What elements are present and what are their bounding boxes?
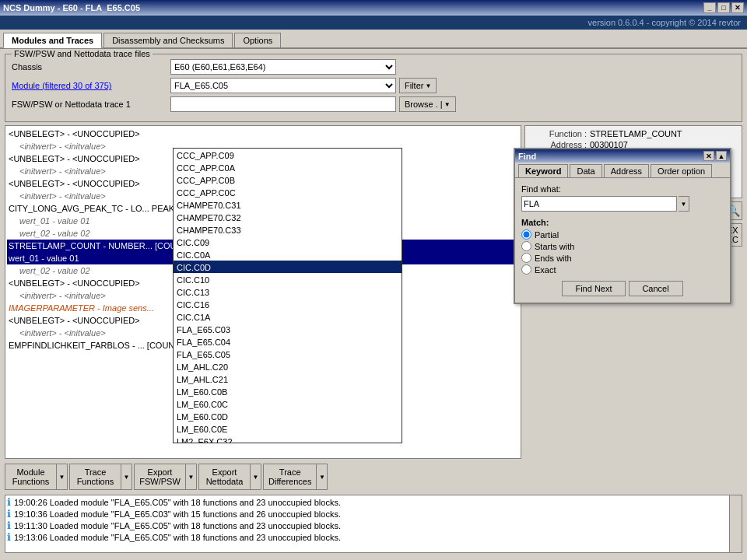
chassis-label: Chassis [12, 62, 167, 72]
close-btn[interactable]: ✕ [731, 2, 744, 13]
dropdown-item[interactable]: FLA_E65.C04 [174, 335, 402, 348]
module-label[interactable]: Module (filtered 30 of 375) [12, 81, 167, 90]
radio-exact-label: Exact [535, 265, 556, 275]
export-fsw-button[interactable]: Export FSW/PSW [135, 464, 185, 489]
title-bar: NCS Dummy - E60 - FLA_E65.C05 _ □ ✕ [0, 0, 747, 16]
dropdown-item[interactable]: LM_E60.C0B [174, 385, 402, 397]
find-next-button[interactable]: Find Next [562, 281, 625, 296]
tab-bar: Modules and Traces Disassembly and Check… [0, 30, 747, 49]
find-close-button[interactable]: ✕ [703, 151, 714, 161]
radio-startswith: Starts with [521, 241, 724, 251]
dropdown-item-selected[interactable]: CIC.C0D [174, 261, 402, 273]
radio-exact-input[interactable] [521, 264, 531, 275]
find-tab-order[interactable]: Order option [651, 164, 712, 177]
radio-partial-label: Partial [535, 230, 559, 240]
find-tab-data[interactable]: Data [570, 164, 601, 177]
trace-differences-arrow[interactable]: ▼ [316, 464, 327, 489]
cancel-button[interactable]: Cancel [629, 281, 683, 296]
find-body: Find what: ▼ Match: Partial Starts with … [515, 178, 730, 303]
dropdown-item[interactable]: CIC.C1A [174, 310, 402, 323]
version-text: version 0.6.0.4 - copyright © 2014 revto… [588, 18, 741, 27]
bottom-toolbar: Module Functions ▼ Trace Functions ▼ Exp… [5, 462, 742, 492]
log-icon: ℹ [7, 532, 11, 543]
dropdown-item[interactable]: LM2_E6X.C32 [174, 435, 402, 443]
version-bar: version 0.6.0.4 - copyright © 2014 revto… [0, 16, 747, 30]
trace-functions-button[interactable]: Trace Functions [70, 464, 121, 489]
filter-dropdown-icon[interactable]: ▼ [425, 82, 431, 89]
fsw-panel: FSW/PSW and Nettodata trace files Chassi… [5, 54, 742, 122]
dropdown-item[interactable]: FLA_E65.C05 [174, 348, 402, 360]
window-controls: _ □ ✕ [703, 2, 744, 13]
find-input-dropdown[interactable]: ▼ [679, 196, 689, 212]
find-tab-keyword[interactable]: Keyword [518, 164, 568, 177]
trace-row: FSW/PSW or Nettodata trace 1 Browse . | … [12, 96, 735, 112]
module-row: Module (filtered 30 of 375) FLA_E65.C05 … [12, 78, 735, 93]
trace-input[interactable] [170, 96, 396, 112]
window-title: NCS Dummy - E60 - FLA_E65.C05 [3, 3, 140, 12]
dropdown-item[interactable]: CCC_APP.C0C [174, 186, 402, 198]
export-fsw-arrow[interactable]: ▼ [185, 464, 196, 489]
module-select[interactable]: FLA_E65.C05 [170, 78, 396, 93]
trace-functions-btn-group: Trace Functions ▼ [69, 464, 132, 490]
dropdown-item[interactable]: CIC.C0A [174, 248, 402, 261]
dropdown-item[interactable]: LM_AHL.C20 [174, 360, 402, 373]
radio-exact: Exact [521, 264, 724, 275]
export-nettodata-button[interactable]: Export Nettodata [199, 464, 250, 489]
log-row: ℹ 19:11:30 Loaded module "FLA_E65.C05" w… [7, 520, 740, 531]
filter-button[interactable]: Filter ▼ [399, 78, 437, 93]
find-tabs: Keyword Data Address Order option [515, 163, 730, 178]
log-text: 19:00:26 Loaded module "FLA_E65.C05" wit… [14, 497, 341, 508]
export-nettodata-arrow[interactable]: ▼ [250, 464, 261, 489]
tab-options[interactable]: Options [234, 33, 281, 47]
log-icon: ℹ [7, 509, 11, 520]
chassis-select[interactable]: E60 (E60,E61,E63,E64) [170, 59, 396, 75]
trace-label: FSW/PSW or Nettodata trace 1 [12, 100, 167, 109]
maximize-btn[interactable]: □ [717, 2, 730, 13]
log-area[interactable]: ℹ 19:00:26 Loaded module "FLA_E65.C05" w… [5, 495, 742, 553]
module-functions-button[interactable]: Module Functions [5, 464, 56, 489]
match-section: Match: Partial Starts with Ends with Exa… [521, 218, 724, 275]
dropdown-item[interactable]: LM_AHL.C21 [174, 373, 402, 385]
module-functions-btn-group: Module Functions ▼ [5, 464, 68, 490]
dropdown-item[interactable]: CHAMPE70.C33 [174, 223, 402, 236]
radio-endswith-input[interactable] [521, 253, 531, 263]
module-dropdown: CCC_APP.C09 CCC_APP.C0A CCC_APP.C0B CCC_… [173, 148, 402, 443]
dropdown-item[interactable]: LM_E60.C0E [174, 422, 402, 435]
export-fsw-sublabel: FSW/PSW [139, 477, 181, 486]
trace-line: <UNBELEGT> - <UNOCCUPIED> [7, 128, 519, 140]
minimize-btn[interactable]: _ [703, 2, 716, 13]
dropdown-item[interactable]: CCC_APP.C0B [174, 173, 402, 186]
find-dialog: Find ✕ ▲ Keyword Data Address Order opti… [514, 148, 731, 304]
tab-modules-traces[interactable]: Modules and Traces [3, 33, 102, 48]
find-dialog-title: Find [518, 152, 536, 161]
find-what-input[interactable] [521, 196, 677, 212]
dropdown-item[interactable]: CHAMPE70.C32 [174, 211, 402, 223]
dropdown-item[interactable]: CIC.C10 [174, 273, 402, 285]
browse-dropdown-icon[interactable]: ▼ [444, 101, 451, 108]
dropdown-item[interactable]: FLA_E65.C03 [174, 323, 402, 335]
dropdown-item[interactable]: CIC.C16 [174, 298, 402, 310]
dropdown-item[interactable]: CIC.C09 [174, 236, 402, 248]
dropdown-item[interactable]: CHAMPE70.C31 [174, 198, 402, 211]
dropdown-item[interactable]: LM_E60.C0D [174, 410, 402, 422]
dropdown-item[interactable]: CIC.C13 [174, 285, 402, 298]
panel-legend: FSW/PSW and Nettodata trace files [12, 49, 153, 58]
trace-differences-button[interactable]: Trace Differences [264, 464, 316, 489]
filter-label: Filter [405, 81, 423, 90]
module-functions-arrow[interactable]: ▼ [56, 464, 67, 489]
dropdown-item[interactable]: LM_E60.C0C [174, 397, 402, 410]
find-scroll-up-button[interactable]: ▲ [716, 151, 727, 161]
radio-partial-input[interactable] [521, 229, 531, 240]
browse-button[interactable]: Browse . | ▼ [399, 96, 456, 112]
trace-functions-arrow[interactable]: ▼ [121, 464, 132, 489]
trace-differences-label: Trace [279, 467, 301, 477]
tab-disassembly[interactable]: Disassembly and Checksums [103, 33, 233, 47]
radio-startswith-label: Starts with [535, 242, 574, 251]
find-tab-address[interactable]: Address [604, 164, 649, 177]
dropdown-item[interactable]: CCC_APP.C09 [174, 149, 402, 161]
dropdown-item[interactable]: CCC_APP.C0A [174, 161, 402, 173]
radio-startswith-input[interactable] [521, 241, 531, 251]
match-label: Match: [521, 218, 724, 227]
trace-differences-btn-group: Trace Differences ▼ [263, 464, 328, 490]
log-scrollbar[interactable] [729, 495, 742, 552]
